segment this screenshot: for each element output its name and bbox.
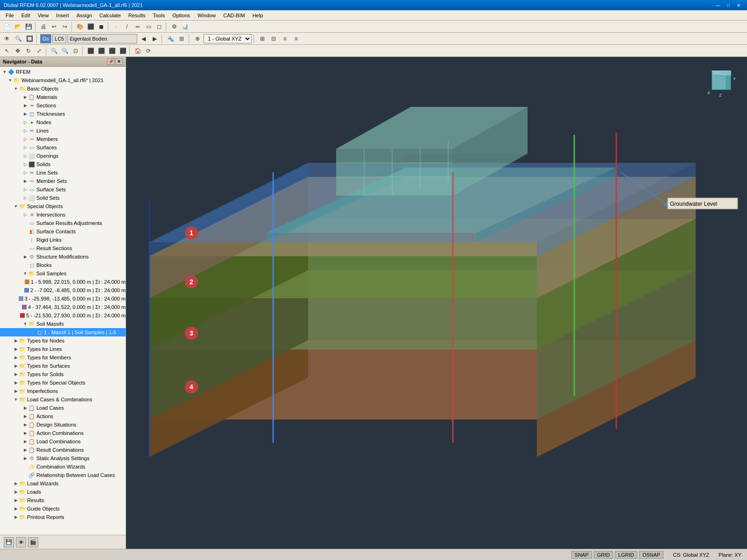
- nav-data-btn[interactable]: 💾: [4, 537, 14, 547]
- new-btn[interactable]: 📄: [2, 21, 12, 32]
- tree-lines[interactable]: ▷ ✏ Lines: [0, 126, 126, 135]
- tree-types-special[interactable]: ▶ 📁 Types for Special Objects: [0, 378, 126, 387]
- close-button[interactable]: ✕: [734, 1, 743, 9]
- zoom-out-btn[interactable]: 🔍: [60, 46, 70, 56]
- menu-tools[interactable]: Tools: [149, 12, 169, 19]
- osnap-toggle[interactable]: OSNAP: [639, 551, 664, 559]
- tree-openings[interactable]: ▷ ⬜ Openings: [0, 152, 126, 160]
- calc-btn[interactable]: ⚙: [169, 21, 179, 32]
- tree-solid-sets[interactable]: ▷ ⬜ Solid Sets: [0, 194, 126, 202]
- tree-guide-objects[interactable]: ▶ 📁 Guide Objects: [0, 504, 126, 513]
- grid-toggle[interactable]: GRID: [594, 551, 613, 559]
- tree-structure-mods[interactable]: ▶ ⚙ Structure Modifications: [0, 252, 126, 261]
- menu-file[interactable]: File: [2, 12, 18, 19]
- tree-actions[interactable]: ▶ 📋 Actions: [0, 412, 126, 420]
- nav-print-btn[interactable]: 🎬: [28, 537, 38, 547]
- menu-help[interactable]: Help: [249, 12, 267, 19]
- tree-result-combinations[interactable]: ▶ 📋 Result Combinations: [0, 446, 126, 454]
- tree-load-wizards[interactable]: ▶ 📁 Load Wizards: [0, 479, 126, 488]
- tree-relationship-loads[interactable]: 🔗 Relationship Between Load Cases: [0, 471, 126, 479]
- tree-action-combinations[interactable]: ▶ 📋 Action Combinations: [0, 429, 126, 437]
- node-btn[interactable]: ·: [111, 21, 121, 32]
- display-btn1[interactable]: ⊞: [257, 34, 268, 44]
- 3d-view-btn[interactable]: ⬛: [118, 46, 128, 56]
- menu-results[interactable]: Results: [125, 12, 149, 19]
- shade-btn[interactable]: ◼: [96, 21, 106, 32]
- home-btn[interactable]: 🏠: [133, 46, 143, 56]
- tree-sections[interactable]: ▶ ━ Sections: [0, 101, 126, 110]
- tree-basic-objects[interactable]: ▼ 📁 Basic Objects: [0, 84, 126, 93]
- snap-toggle[interactable]: SNAP: [571, 551, 592, 559]
- tree-blocks[interactable]: ◻ Blocks: [0, 261, 126, 269]
- axis-btn[interactable]: ⊕: [192, 34, 203, 44]
- zoom-in-btn[interactable]: 🔍: [49, 46, 59, 56]
- tree-types-surfaces[interactable]: ▶ 📁 Types for Surfaces: [0, 362, 126, 370]
- menu-cad-bim[interactable]: CAD-BIM: [219, 12, 248, 19]
- open-btn[interactable]: 📂: [13, 21, 23, 32]
- tree-design-situations[interactable]: ▶ 📋 Design Situations: [0, 420, 126, 429]
- menu-insert[interactable]: Insert: [52, 12, 73, 19]
- render-btn[interactable]: 🎨: [75, 21, 85, 32]
- save-btn[interactable]: 💾: [23, 21, 34, 32]
- redo-btn[interactable]: ↪: [60, 21, 70, 32]
- tree-types-lines[interactable]: ▶ 📁 Types for Lines: [0, 345, 126, 353]
- lc-next[interactable]: ▶: [149, 34, 160, 44]
- menu-options[interactable]: Options: [169, 12, 194, 19]
- rotate-btn[interactable]: ↻: [23, 46, 34, 56]
- top-view-btn[interactable]: ⬛: [96, 46, 106, 56]
- tree-types-nodes[interactable]: ▶ 📁 Types for Nodes: [0, 336, 126, 345]
- view-btn3[interactable]: 🔲: [24, 34, 35, 44]
- tree-surface-results[interactable]: ▭ Surface Results Adjustments: [0, 219, 126, 227]
- solid-btn[interactable]: ◻: [154, 21, 164, 32]
- menu-window[interactable]: Window: [194, 12, 219, 19]
- maximize-button[interactable]: □: [724, 1, 733, 9]
- tree-soil4[interactable]: 4 - 37.464, 31.522, 0.000 m | Σt : 24.00…: [0, 303, 126, 311]
- minimize-button[interactable]: —: [713, 1, 723, 9]
- grid-btn[interactable]: ⊞: [176, 34, 187, 44]
- mem-btn[interactable]: ═: [133, 21, 143, 32]
- nav-close-btn[interactable]: ✕: [115, 58, 123, 65]
- nav-cube[interactable]: X Y Z: [705, 66, 738, 99]
- snap-btn[interactable]: 🔩: [165, 34, 176, 44]
- tree-soil-samples[interactable]: ▼ 📁 Soil Samples: [0, 269, 126, 278]
- menu-edit[interactable]: Edit: [18, 12, 34, 19]
- menu-assign[interactable]: Assign: [73, 12, 96, 19]
- tree-member-sets[interactable]: ▶ ✏ Member Sets: [0, 177, 126, 185]
- lgrid-toggle[interactable]: LGRID: [615, 551, 637, 559]
- tree-soil3[interactable]: 3 - -25.998, -13.485, 0.000 m | Σt : 24.…: [0, 294, 126, 303]
- tree-loads[interactable]: ▶ 📁 Loads: [0, 488, 126, 496]
- nav-pin-btn[interactable]: 📌: [107, 58, 114, 65]
- tree-soil1[interactable]: 1 - 5.998, 22.015, 0.000 m | Σt : 24.000…: [0, 278, 126, 286]
- print-btn[interactable]: 🖨: [38, 21, 49, 32]
- display-btn3[interactable]: ≡: [280, 34, 290, 44]
- tree-results[interactable]: ▶ 📁 Results: [0, 496, 126, 504]
- tree-surface-contacts[interactable]: ◧ Surface Contacts: [0, 227, 126, 236]
- tree-soil-massifs[interactable]: ▼ 📁 Soil Massifs: [0, 320, 126, 328]
- tree-load-combinations[interactable]: ▶ 📋 Load Combinations: [0, 437, 126, 446]
- lc-prev[interactable]: ◀: [138, 34, 148, 44]
- tree-combo-wizards[interactable]: ✨ Combination Wizards: [0, 462, 126, 471]
- tree-line-sets[interactable]: ▷ ✏ Line Sets: [0, 168, 126, 177]
- tree-intersections[interactable]: ▷ ✕ Intersections: [0, 210, 126, 219]
- front-view-btn[interactable]: ⬛: [85, 46, 96, 56]
- viewport[interactable]: 1 2 3 4 Groundwater Level: [126, 57, 747, 549]
- zoom-all-btn[interactable]: ⊡: [70, 46, 81, 56]
- tree-types-solids[interactable]: ▶ 📁 Types for Solids: [0, 370, 126, 378]
- tree-nodes[interactable]: ▷ ● Nodes: [0, 118, 126, 126]
- wire-btn[interactable]: ⬛: [85, 21, 96, 32]
- menu-calculate[interactable]: Calculate: [96, 12, 125, 19]
- tree-materials[interactable]: ▶ 📋 Materials: [0, 93, 126, 101]
- view-btn2[interactable]: 🔍: [13, 34, 23, 44]
- coord-system-select[interactable]: 1 - Global XYZ: [204, 34, 252, 43]
- view-btn1[interactable]: 👁: [2, 34, 12, 44]
- tree-result-sections[interactable]: — Result Sections: [0, 244, 126, 252]
- tree-solids[interactable]: ▷ ⬛ Solids: [0, 160, 126, 168]
- scale-btn[interactable]: ⤢: [34, 46, 44, 56]
- tree-model[interactable]: ▼ 📁 Webinarmodell_GA-1_all.rf6* | 2021: [0, 76, 126, 84]
- tree-rfem-root[interactable]: ▼ 🔷 RFEM: [0, 68, 126, 76]
- nav-view-btn[interactable]: 👁: [16, 537, 26, 547]
- tree-soil2[interactable]: 2 - -7.002, -8.485, 0.000 m | Σt : 24.00…: [0, 286, 126, 294]
- move-btn[interactable]: ✥: [13, 46, 23, 56]
- display-btn2[interactable]: ⊟: [268, 34, 279, 44]
- tree-load-cases[interactable]: ▶ 📋 Load Cases: [0, 404, 126, 412]
